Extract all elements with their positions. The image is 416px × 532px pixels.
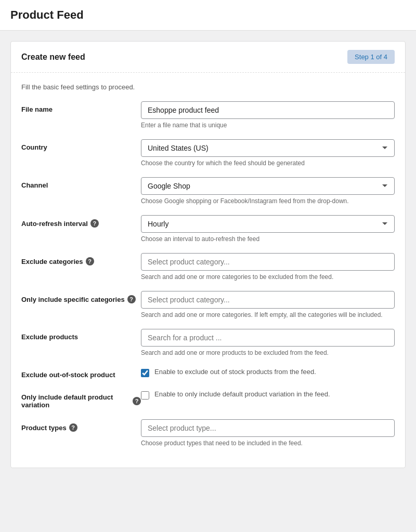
country-field: United States (US) United Kingdom (UK) C…: [141, 139, 395, 167]
file-name-label: File name: [21, 101, 141, 113]
product-types-row: Product types ? Choose product types tha…: [21, 419, 395, 447]
product-types-input[interactable]: [141, 419, 395, 437]
file-name-row: File name Enter a file name that is uniq…: [21, 101, 395, 129]
default-variation-help-icon[interactable]: ?: [133, 397, 141, 405]
card-header: Create new feed Step 1 of 4: [11, 42, 405, 73]
exclude-categories-help-icon[interactable]: ?: [86, 257, 94, 265]
auto-refresh-row: Auto-refresh interval ? Hourly Daily Wee…: [21, 215, 395, 243]
country-select[interactable]: United States (US) United Kingdom (UK) C…: [141, 139, 395, 157]
file-name-hint: Enter a file name that is unique: [141, 122, 395, 129]
exclude-products-row: Exclude products Search and add one or m…: [21, 329, 395, 356]
exclude-categories-row: Exclude categories ? Search and add one …: [21, 253, 395, 281]
product-types-label: Product types ?: [21, 419, 141, 432]
product-types-field: Choose product types that need to be inc…: [141, 419, 395, 447]
file-name-field: Enter a file name that is unique: [141, 101, 395, 129]
exclude-out-of-stock-hint: Enable to exclude out of stock products …: [154, 368, 316, 376]
default-variation-label: Only include default product variation ?: [21, 389, 141, 409]
file-name-input[interactable]: [141, 101, 395, 119]
exclude-out-of-stock-label: Exclude out-of-stock product: [21, 367, 141, 379]
default-variation-hint: Enable to only include default product v…: [154, 390, 330, 398]
channel-field: Google Shop Facebook/Instagram Choose Go…: [141, 177, 395, 205]
exclude-categories-input[interactable]: [141, 253, 395, 271]
country-hint: Choose the country for which the feed sh…: [141, 159, 395, 167]
default-variation-row: Only include default product variation ?…: [21, 389, 395, 409]
exclude-categories-hint: Search and add one or more categories to…: [141, 273, 395, 281]
card-title: Create new feed: [21, 52, 85, 62]
include-categories-input[interactable]: [141, 291, 395, 309]
include-categories-field: Search and add one or more categories. I…: [141, 291, 395, 318]
exclude-categories-field: Search and add one or more categories to…: [141, 253, 395, 281]
auto-refresh-help-icon[interactable]: ?: [90, 219, 99, 228]
country-row: Country United States (US) United Kingdo…: [21, 139, 395, 167]
card-body: Fill the basic feed settings to proceed.…: [11, 73, 405, 468]
exclude-out-of-stock-checkbox[interactable]: [141, 369, 149, 377]
channel-hint: Choose Google shopping or Facebook/Insta…: [141, 197, 395, 205]
exclude-out-of-stock-row: Exclude out-of-stock product Enable to e…: [21, 367, 395, 379]
exclude-out-of-stock-checkbox-row: Enable to exclude out of stock products …: [141, 368, 395, 377]
channel-row: Channel Google Shop Facebook/Instagram C…: [21, 177, 395, 205]
exclude-categories-label: Exclude categories ?: [21, 253, 141, 265]
exclude-out-of-stock-field: Enable to exclude out of stock products …: [141, 367, 395, 377]
include-categories-help-icon[interactable]: ?: [127, 295, 136, 303]
step-badge: Step 1 of 4: [347, 50, 395, 64]
default-variation-checkbox[interactable]: [141, 391, 149, 400]
product-types-hint: Choose product types that need to be inc…: [141, 440, 395, 447]
auto-refresh-field: Hourly Daily Weekly Choose an interval t…: [141, 215, 395, 243]
page-header: Product Feed: [0, 0, 416, 31]
channel-label: Channel: [21, 177, 141, 189]
main-content: Create new feed Step 1 of 4 Fill the bas…: [0, 31, 416, 478]
include-categories-row: Only include specific categories ? Searc…: [21, 291, 395, 318]
exclude-products-label: Exclude products: [21, 329, 141, 341]
exclude-products-hint: Search and add one or more products to b…: [141, 349, 395, 356]
auto-refresh-hint: Choose an interval to auto-refresh the f…: [141, 235, 395, 243]
form-subtitle: Fill the basic feed settings to proceed.: [21, 83, 395, 91]
include-categories-hint: Search and add one or more categories. I…: [141, 311, 395, 318]
default-variation-checkbox-row: Enable to only include default product v…: [141, 390, 395, 400]
page-title: Product Feed: [10, 8, 406, 22]
channel-select[interactable]: Google Shop Facebook/Instagram: [141, 177, 395, 195]
product-types-help-icon[interactable]: ?: [69, 423, 77, 432]
default-variation-field: Enable to only include default product v…: [141, 389, 395, 400]
auto-refresh-select[interactable]: Hourly Daily Weekly: [141, 215, 395, 233]
create-feed-card: Create new feed Step 1 of 4 Fill the bas…: [10, 41, 406, 468]
country-label: Country: [21, 139, 141, 151]
exclude-products-field: Search and add one or more products to b…: [141, 329, 395, 356]
include-categories-label: Only include specific categories ?: [21, 291, 141, 303]
auto-refresh-label: Auto-refresh interval ?: [21, 215, 141, 228]
exclude-products-input[interactable]: [141, 329, 395, 347]
